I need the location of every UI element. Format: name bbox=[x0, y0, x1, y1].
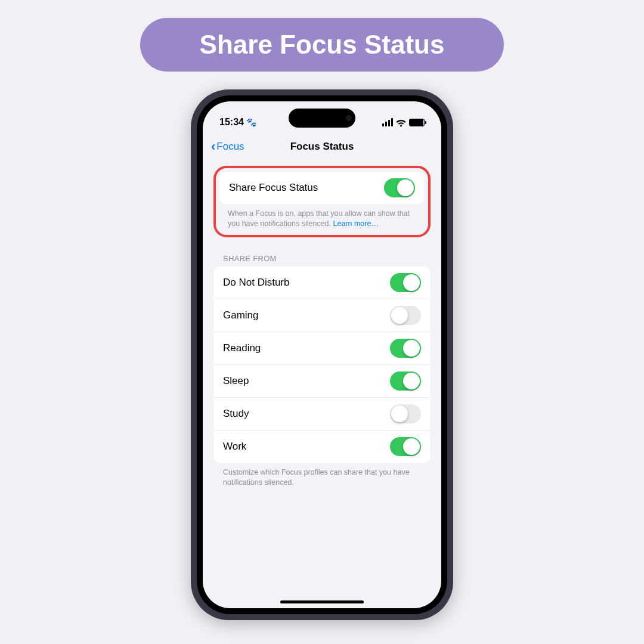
status-right bbox=[382, 118, 425, 126]
share-from-toggle[interactable] bbox=[390, 437, 421, 456]
share-from-toggle[interactable] bbox=[390, 306, 421, 325]
share-focus-cell-group: Share Focus Status bbox=[219, 172, 425, 204]
front-camera-icon bbox=[346, 115, 352, 121]
dynamic-island bbox=[289, 109, 355, 128]
highlight-annotation: Share Focus Status When a Focus is on, a… bbox=[213, 166, 431, 237]
share-from-toggle[interactable] bbox=[390, 404, 421, 423]
cellular-signal-icon bbox=[382, 118, 393, 126]
share-from-row[interactable]: Work bbox=[213, 430, 431, 463]
share-from-label: Do Not Disturb bbox=[223, 277, 289, 289]
back-button[interactable]: ‹ Focus bbox=[211, 140, 244, 153]
chevron-left-icon: ‹ bbox=[211, 140, 215, 153]
share-from-label: Work bbox=[223, 441, 246, 453]
nav-bar: ‹ Focus Focus Status bbox=[203, 135, 441, 160]
share-from-row[interactable]: Gaming bbox=[213, 299, 431, 332]
settings-content: Share Focus Status When a Focus is on, a… bbox=[203, 160, 441, 488]
description-text: When a Focus is on, apps that you allow … bbox=[228, 209, 410, 228]
share-from-label: Reading bbox=[223, 342, 261, 354]
wifi-icon bbox=[396, 119, 406, 126]
status-time: 15:34 bbox=[219, 117, 244, 128]
nav-title: Focus Status bbox=[290, 141, 354, 153]
share-from-label: Study bbox=[223, 408, 249, 420]
share-from-toggle[interactable] bbox=[390, 371, 421, 391]
share-from-toggle[interactable] bbox=[390, 339, 421, 358]
share-focus-description: When a Focus is on, apps that you allow … bbox=[219, 204, 425, 229]
back-label: Focus bbox=[216, 141, 244, 153]
share-from-label: Gaming bbox=[223, 309, 259, 321]
share-focus-toggle[interactable] bbox=[384, 178, 415, 197]
share-from-row[interactable]: Do Not Disturb bbox=[213, 267, 431, 299]
share-from-list: Do Not DisturbGamingReadingSleepStudyWor… bbox=[213, 267, 431, 463]
battery-icon bbox=[409, 119, 425, 126]
share-from-label: Sleep bbox=[223, 375, 249, 387]
share-focus-label: Share Focus Status bbox=[229, 182, 318, 194]
home-indicator[interactable] bbox=[280, 600, 364, 603]
share-from-row[interactable]: Sleep bbox=[213, 364, 431, 397]
phone-frame: 15:34 🐾 ‹ Foc bbox=[191, 89, 453, 620]
share-focus-toggle-cell[interactable]: Share Focus Status bbox=[219, 172, 425, 204]
share-from-header: SHARE FROM bbox=[213, 244, 431, 267]
paw-icon: 🐾 bbox=[246, 117, 256, 127]
learn-more-link[interactable]: Learn more… bbox=[333, 219, 379, 228]
share-from-footer: Customize which Focus profiles can share… bbox=[213, 463, 431, 488]
phone-bezel: 15:34 🐾 ‹ Foc bbox=[197, 95, 447, 614]
share-from-toggle[interactable] bbox=[390, 273, 421, 292]
status-left: 15:34 🐾 bbox=[219, 117, 256, 128]
page-banner: Share Focus Status bbox=[140, 18, 504, 72]
share-from-row[interactable]: Reading bbox=[213, 332, 431, 364]
banner-title: Share Focus Status bbox=[200, 30, 445, 59]
share-from-row[interactable]: Study bbox=[213, 397, 431, 430]
phone-screen: 15:34 🐾 ‹ Foc bbox=[203, 101, 441, 608]
